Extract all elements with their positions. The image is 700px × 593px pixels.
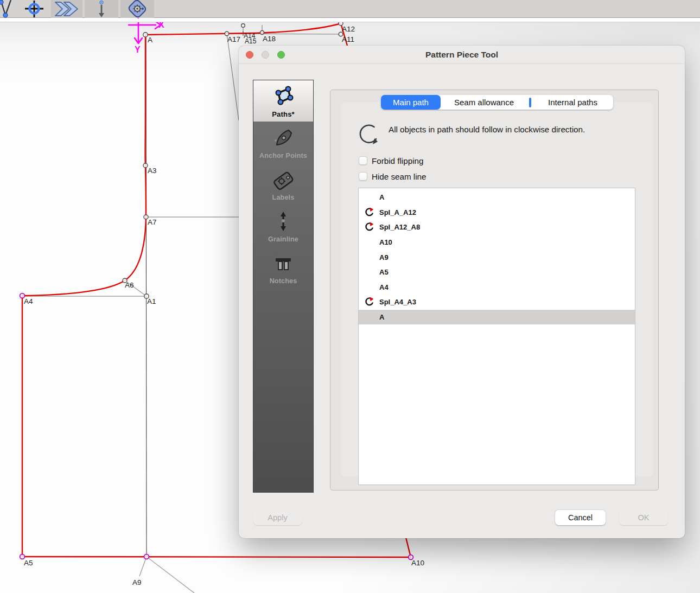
point-label: A17 — [227, 36, 240, 43]
reverse-direction-icon — [359, 222, 379, 232]
grainline-icon — [271, 209, 295, 233]
path-item-label: A4 — [379, 283, 389, 291]
tab-label: Main path — [393, 98, 429, 107]
top-toolbar — [0, 0, 700, 18]
toolbar-separator — [0, 18, 700, 22]
move-crosshair-icon[interactable] — [18, 0, 50, 18]
sidebar-item-anchor-points[interactable]: Anchor Points — [253, 122, 313, 163]
sidebar-item-label: Paths* — [272, 110, 295, 118]
point-label: A — [148, 36, 152, 44]
point-label: A12 — [342, 25, 355, 33]
dialog-titlebar[interactable]: Pattern Piece Tool — [239, 46, 685, 64]
point-label: A3 — [148, 167, 157, 175]
clockwise-rotation-icon — [359, 123, 381, 149]
tab-seam-allowance[interactable]: Seam allowance — [441, 95, 527, 110]
forbid-flipping-checkbox[interactable] — [359, 156, 367, 165]
checkbox-row-hide-seam-line[interactable]: Hide seam line — [359, 170, 426, 182]
ok-button[interactable]: OK — [619, 510, 668, 525]
path-list-item-selected[interactable]: A — [359, 310, 635, 325]
path-list-item[interactable]: A9 — [359, 250, 635, 265]
path-item-label: Spl_A12_A8 — [379, 223, 420, 231]
sidebar-item-label: Anchor Points — [259, 152, 307, 160]
curve-path-icon[interactable] — [0, 0, 14, 18]
apply-button[interactable]: Apply — [253, 510, 302, 525]
path-list-item[interactable]: A4 — [359, 280, 635, 295]
path-item-label: Spl_A_A12 — [379, 208, 416, 216]
axis-y-label: Y — [135, 46, 141, 54]
tab-main-path[interactable]: Main path — [381, 95, 441, 110]
direction-note: All objects in path should follow in clo… — [389, 124, 611, 136]
sidebar-item-label: Notches — [270, 277, 297, 285]
path-list-item[interactable]: A — [359, 190, 635, 205]
dialog-title: Pattern Piece Tool — [239, 46, 685, 64]
reverse-direction-icon — [359, 207, 379, 218]
path-list-item[interactable]: Spl_A4_A3 — [359, 295, 635, 310]
label-tag-icon[interactable] — [120, 0, 154, 18]
sidebar-item-notches[interactable]: Notches — [253, 247, 313, 289]
point-label: A5 — [24, 559, 33, 567]
point-label: A10 — [411, 559, 424, 567]
point-label: A18 — [263, 35, 276, 43]
path-item-label: Spl_A4_A3 — [379, 298, 416, 306]
grainline-arrow-icon[interactable] — [85, 0, 118, 18]
seam-allowance-icon[interactable] — [51, 0, 82, 18]
dialog-sidebar: Paths* Anchor Points — [253, 80, 314, 493]
checkbox-label: Hide seam line — [372, 172, 426, 181]
pattern-piece-tool-dialog: Pattern Piece Tool Paths* — [239, 46, 685, 538]
path-list-item[interactable]: Spl_A_A12 — [359, 205, 635, 220]
sidebar-item-grainline[interactable]: Grainline — [253, 205, 313, 247]
point-label: A7 — [148, 219, 157, 226]
reverse-direction-icon — [359, 297, 379, 307]
tab-bar: Main path Seam allowance Internal paths — [381, 95, 613, 110]
point-label: A9 — [132, 579, 142, 586]
tab-label: Internal paths — [548, 98, 597, 107]
tab-internal-paths[interactable]: Internal paths — [533, 95, 613, 110]
sidebar-item-label: Grainline — [268, 235, 298, 243]
hide-seam-line-checkbox[interactable] — [359, 172, 367, 181]
sidebar-item-paths[interactable]: Paths* — [253, 80, 313, 122]
cancel-button[interactable]: Cancel — [555, 510, 606, 525]
path-list-item[interactable]: A10 — [359, 235, 635, 250]
checkbox-row-forbid-flipping[interactable]: Forbid flipping — [359, 155, 423, 167]
path-item-label: A — [379, 313, 384, 321]
point-label: A4 — [24, 298, 33, 305]
path-item-label: A5 — [379, 268, 389, 276]
point-label: A15 — [245, 38, 256, 44]
checkbox-label: Forbid flipping — [372, 156, 423, 165]
path-list-item[interactable]: Spl_A12_A8 — [359, 220, 635, 235]
path-item-label: A10 — [379, 238, 392, 246]
main-path-object-list[interactable]: A Spl_A_A12 Spl_A12_A8 — [358, 188, 635, 485]
tab-divider — [529, 98, 531, 107]
tab-label: Seam allowance — [454, 98, 514, 107]
path-item-label: A9 — [379, 253, 389, 262]
sidebar-item-label: Labels — [272, 194, 295, 201]
app-screen: A A17 A14 A15 A18 A12 A11 A3 A7 A6 A1 A4… — [0, 0, 700, 593]
labels-icon — [271, 168, 295, 192]
point-label: A11 — [342, 36, 354, 43]
point-label: A1 — [147, 298, 156, 305]
notches-icon — [271, 251, 295, 275]
path-item-label: A — [379, 193, 384, 201]
paths-icon — [271, 84, 295, 108]
sidebar-item-labels[interactable]: Labels — [253, 163, 313, 205]
path-list-item[interactable]: A5 — [359, 265, 635, 280]
point-label: A6 — [125, 282, 134, 289]
anchor-points-icon — [271, 126, 295, 150]
